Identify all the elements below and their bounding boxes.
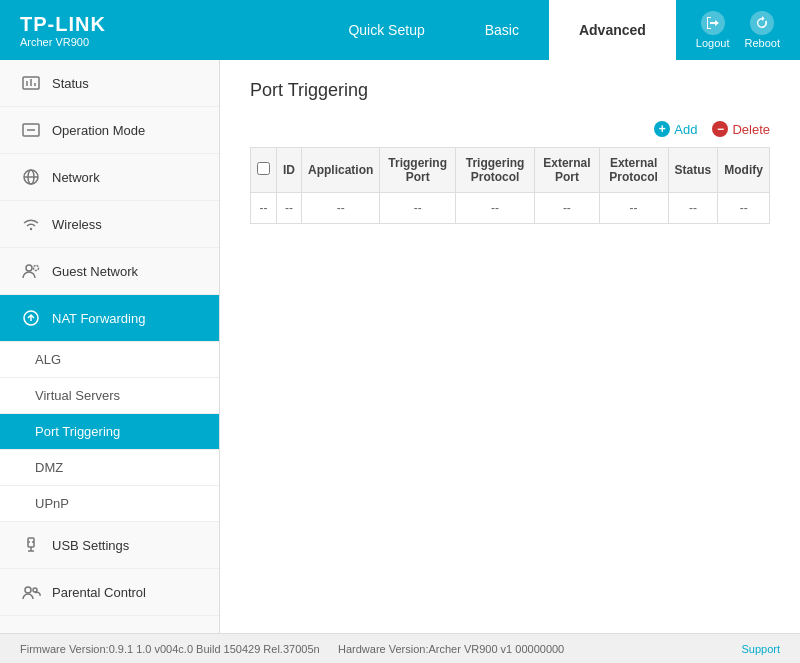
- tab-advanced[interactable]: Advanced: [549, 0, 676, 60]
- row-modify: --: [718, 193, 770, 224]
- sidebar-item-wireless[interactable]: Wireless: [0, 201, 219, 248]
- logout-label: Logout: [696, 37, 730, 49]
- firmware-version: Firmware Version:0.9.1 1.0 v004c.0 Build…: [20, 643, 320, 655]
- header-status: Status: [668, 148, 718, 193]
- usb-settings-label: USB Settings: [52, 538, 129, 553]
- footer: Firmware Version:0.9.1 1.0 v004c.0 Build…: [0, 633, 800, 663]
- sidebar-item-nat-forwarding[interactable]: NAT Forwarding: [0, 295, 219, 342]
- svg-point-10: [26, 265, 32, 271]
- row-status: --: [668, 193, 718, 224]
- reboot-icon: [750, 11, 774, 35]
- model-name: Archer VR900: [20, 36, 106, 48]
- table-row: -- -- -- -- -- -- -- -- --: [251, 193, 770, 224]
- delete-label: Delete: [732, 122, 770, 137]
- sidebar-item-bandwidth-control[interactable]: Bandwidth Control: [0, 616, 219, 633]
- header-external-protocol: External Protocol: [599, 148, 668, 193]
- row-triggering-protocol: --: [455, 193, 534, 224]
- sidebar-item-network[interactable]: Network: [0, 154, 219, 201]
- guest-network-label: Guest Network: [52, 264, 138, 279]
- sidebar-item-usb-settings[interactable]: USB Settings: [0, 522, 219, 569]
- header: TP-LINK Archer VR900 Quick Setup Basic A…: [0, 0, 800, 60]
- sidebar-subitem-upnp[interactable]: UPnP: [0, 486, 219, 522]
- row-external-protocol: --: [599, 193, 668, 224]
- table-header-row: ID Application Triggering Port Triggerin…: [251, 148, 770, 193]
- operation-mode-icon: [20, 119, 42, 141]
- row-checkbox-cell: --: [251, 193, 277, 224]
- support-link[interactable]: Support: [741, 643, 780, 655]
- sidebar-item-status[interactable]: Status: [0, 60, 219, 107]
- sidebar-item-parental-control[interactable]: Parental Control: [0, 569, 219, 616]
- reboot-label: Reboot: [745, 37, 780, 49]
- select-all-checkbox[interactable]: [257, 162, 270, 175]
- brand-name: TP-LINK: [20, 13, 106, 36]
- page-title: Port Triggering: [250, 80, 770, 101]
- network-icon: [20, 166, 42, 188]
- guest-network-icon: [20, 260, 42, 282]
- svg-point-9: [30, 228, 32, 230]
- nat-forwarding-icon: [20, 307, 42, 329]
- operation-mode-label: Operation Mode: [52, 123, 145, 138]
- parental-control-label: Parental Control: [52, 585, 146, 600]
- header-id: ID: [277, 148, 302, 193]
- delete-button[interactable]: − Delete: [712, 121, 770, 137]
- nat-forwarding-label: NAT Forwarding: [52, 311, 145, 326]
- parental-control-icon: [20, 581, 42, 603]
- sidebar-subitem-port-triggering[interactable]: Port Triggering: [0, 414, 219, 450]
- sidebar-subitem-alg[interactable]: ALG: [0, 342, 219, 378]
- bandwidth-control-icon: [20, 628, 42, 633]
- footer-left: Firmware Version:0.9.1 1.0 v004c.0 Build…: [20, 643, 564, 655]
- row-triggering-port: --: [380, 193, 456, 224]
- sidebar-item-operation-mode[interactable]: Operation Mode: [0, 107, 219, 154]
- sidebar: Status Operation Mode Network: [0, 60, 220, 633]
- add-button[interactable]: + Add: [654, 121, 697, 137]
- row-application: --: [302, 193, 380, 224]
- add-label: Add: [674, 122, 697, 137]
- header-triggering-port: Triggering Port: [380, 148, 456, 193]
- status-label: Status: [52, 76, 89, 91]
- svg-point-11: [34, 266, 39, 271]
- svg-point-18: [25, 587, 31, 593]
- header-actions: Logout Reboot: [696, 11, 780, 49]
- network-label: Network: [52, 170, 100, 185]
- delete-icon: −: [712, 121, 728, 137]
- header-modify: Modify: [718, 148, 770, 193]
- main-layout: Status Operation Mode Network: [0, 60, 800, 633]
- usb-settings-icon: [20, 534, 42, 556]
- tab-basic[interactable]: Basic: [455, 0, 549, 60]
- logout-icon: [701, 11, 725, 35]
- header-triggering-protocol: Triggering Protocol: [455, 148, 534, 193]
- logout-button[interactable]: Logout: [696, 11, 730, 49]
- header-checkbox-cell: [251, 148, 277, 193]
- sidebar-subitem-virtual-servers[interactable]: Virtual Servers: [0, 378, 219, 414]
- header-application: Application: [302, 148, 380, 193]
- header-external-port: External Port: [535, 148, 599, 193]
- reboot-button[interactable]: Reboot: [745, 11, 780, 49]
- add-icon: +: [654, 121, 670, 137]
- main-content: Port Triggering + Add − Delete ID Applic…: [220, 60, 800, 633]
- tab-quick-setup[interactable]: Quick Setup: [318, 0, 454, 60]
- port-triggering-table: ID Application Triggering Port Triggerin…: [250, 147, 770, 224]
- logo-area: TP-LINK Archer VR900: [20, 13, 106, 48]
- hardware-version: Hardware Version:Archer VR900 v1 0000000…: [338, 643, 564, 655]
- toolbar: + Add − Delete: [250, 121, 770, 137]
- wireless-label: Wireless: [52, 217, 102, 232]
- bandwidth-control-label: Bandwidth Control: [52, 632, 158, 634]
- sidebar-item-guest-network[interactable]: Guest Network: [0, 248, 219, 295]
- wireless-icon: [20, 213, 42, 235]
- nav-tabs: Quick Setup Basic Advanced: [318, 0, 675, 60]
- status-icon: [20, 72, 42, 94]
- row-external-port: --: [535, 193, 599, 224]
- row-id: --: [277, 193, 302, 224]
- sidebar-subitem-dmz[interactable]: DMZ: [0, 450, 219, 486]
